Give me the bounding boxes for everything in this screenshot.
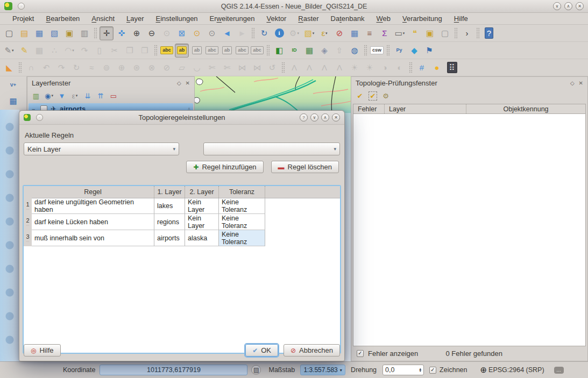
menu-ansicht[interactable]: Ansicht: [86, 13, 121, 24]
manage-visibility-button[interactable]: ◉▾: [43, 90, 55, 102]
cell-rule[interactable]: darf keine Lücken haben: [32, 214, 154, 230]
remove-layer-button[interactable]: ▭: [108, 90, 119, 102]
add-rule-button[interactable]: ✚ Regel hinzufügen: [186, 161, 263, 173]
refresh-button[interactable]: ↻: [257, 26, 271, 40]
zoom-to-layer-button[interactable]: ⊙: [190, 26, 204, 40]
menu-bearbeiten[interactable]: Bearbeiten: [40, 13, 86, 24]
column-header-3[interactable]: 2. Layer: [185, 186, 219, 198]
grid-overlay-button[interactable]: #: [415, 61, 429, 75]
column-header-objektkennung[interactable]: Objektkennung: [466, 104, 585, 113]
pan-to-selection-button[interactable]: ✜: [115, 26, 129, 40]
dialog-maximize-button[interactable]: ∧: [321, 113, 329, 122]
cell-rule[interactable]: darf keine ungültigen Geometrien haben: [32, 198, 154, 214]
layer-select[interactable]: Kein Layer ▾: [24, 142, 179, 155]
field-calculator-button[interactable]: ≡: [363, 26, 377, 40]
table-row[interactable]: 2darf keine Lücken habenregionsKein Laye…: [24, 214, 340, 230]
close-panel-icon[interactable]: ✕: [186, 80, 190, 86]
menu-vektor[interactable]: Vektor: [260, 13, 292, 24]
cell-layer2[interactable]: Kein Layer: [185, 198, 219, 214]
column-header-layer[interactable]: Layer: [385, 104, 466, 113]
messages-icon[interactable]: …: [554, 367, 564, 374]
show-bookmarks-button[interactable]: ▢: [438, 26, 452, 40]
manage-visibility-dropdown-caret[interactable]: ▾: [51, 94, 53, 98]
expand-all-button[interactable]: ⇊: [82, 90, 94, 102]
toggle-editing-button[interactable]: ✎: [17, 44, 31, 58]
select-by-expression-dropdown-caret[interactable]: ▾: [325, 31, 328, 35]
table-row[interactable]: 1darf keine ungültigen Geometrien habenl…: [24, 198, 340, 214]
current-edits-button[interactable]: ✎▾: [2, 44, 16, 58]
column-header-2[interactable]: 1. Layer: [154, 186, 185, 198]
measure-button[interactable]: ▭▾: [393, 26, 407, 40]
window-maximize-button[interactable]: ∧: [564, 2, 572, 10]
crs-globe-icon[interactable]: ⊕: [480, 365, 487, 375]
globe-plugin-button[interactable]: ◈: [317, 44, 331, 58]
help-contents-button[interactable]: ?: [482, 26, 496, 40]
menu-einstellungen[interactable]: Einstellungen: [150, 13, 204, 24]
dialog-help-button[interactable]: ?: [300, 113, 308, 122]
label-display-button[interactable]: abc: [205, 44, 219, 58]
heatmap-plugin-button[interactable]: ●: [430, 61, 444, 75]
cell-layer1[interactable]: regions: [154, 214, 185, 230]
spinner-arrows-icon[interactable]: ▴▾: [420, 368, 422, 372]
label-properties-button[interactable]: abc: [250, 44, 264, 58]
menu-layer[interactable]: Layer: [121, 13, 150, 24]
save-project-button[interactable]: ▦: [32, 26, 46, 40]
row-number[interactable]: 3: [24, 230, 32, 246]
column-header-fehler[interactable]: Fehler: [353, 104, 385, 113]
label-anchor-button[interactable]: ab: [190, 44, 204, 58]
save-project-as-button[interactable]: ▧: [47, 26, 61, 40]
toggle-extents-mouse-icon[interactable]: ▨: [251, 365, 261, 375]
menu-web[interactable]: Web: [371, 13, 397, 24]
zoom-in-button[interactable]: ⊕: [130, 26, 144, 40]
table-row[interactable]: 3muß innerhalb sein vonairportsalaskaKei…: [24, 230, 340, 246]
dialog-titlebar[interactable]: · Topologieregeleinstellungen ?∨∧✕: [19, 111, 344, 125]
menu-projekt[interactable]: Projekt: [6, 13, 40, 24]
rule-select[interactable]: ▾: [203, 142, 340, 155]
configure-rules-button[interactable]: ⚙: [380, 90, 392, 102]
filter-expression-button[interactable]: ε▾: [69, 90, 81, 102]
filter-legend-button[interactable]: ▼: [56, 90, 68, 102]
add-vector-layer-button[interactable]: V+: [0, 78, 26, 92]
scale-combo[interactable]: 1:3.557.583 ▾: [300, 365, 345, 375]
evis-database-button[interactable]: ◧: [272, 44, 286, 58]
dialog-close-button[interactable]: ✕: [332, 113, 340, 122]
menu-erweiterungen[interactable]: Erweiterungen: [204, 13, 261, 24]
window-close-button[interactable]: ✕: [576, 2, 584, 10]
cell-layer1[interactable]: lakes: [154, 198, 185, 214]
dialog-menu-button[interactable]: ·: [36, 114, 43, 121]
cell-layer1[interactable]: airports: [154, 230, 185, 246]
window-menu-button[interactable]: ·: [18, 3, 25, 10]
float-panel-icon[interactable]: ◇: [177, 80, 181, 86]
zoom-out-button[interactable]: ⊖: [145, 26, 159, 40]
menu-verarbeitung[interactable]: Verarbeitung: [396, 13, 448, 24]
open-project-button[interactable]: ▤: [17, 26, 31, 40]
new-bookmark-button[interactable]: ▣: [423, 26, 437, 40]
road-graph-button[interactable]: ⚑: [422, 44, 436, 58]
node-tool-dropdown-caret[interactable]: ▾: [72, 48, 74, 53]
label-move-button[interactable]: ab: [220, 44, 234, 58]
collapse-all-button[interactable]: ⇈: [95, 90, 107, 102]
deselect-all-button[interactable]: ⊘: [332, 26, 346, 40]
column-header-1[interactable]: Regel: [32, 186, 154, 198]
select-by-expression-button[interactable]: ε▾: [317, 26, 331, 40]
close-panel-icon[interactable]: ✕: [579, 80, 583, 86]
db-importer-button[interactable]: ◍: [348, 44, 362, 58]
georeferencer-button[interactable]: ▦: [302, 44, 316, 58]
crs-label[interactable]: EPSG:2964 (SRP): [488, 366, 544, 374]
pan-map-button[interactable]: ✛: [100, 26, 114, 40]
render-checkbox[interactable]: ✓: [429, 367, 436, 374]
delete-rule-button[interactable]: ▬ Regel löschen: [271, 161, 339, 173]
validate-all-button[interactable]: ✔: [354, 90, 366, 102]
csw-plugin-button[interactable]: csw: [370, 44, 384, 58]
column-header-4[interactable]: Toleranz: [219, 186, 265, 198]
validate-extent-button[interactable]: ✔: [367, 90, 379, 102]
cancel-button[interactable]: ⊘ Abbrechen: [284, 344, 340, 356]
menu-hilfe[interactable]: Hilfe: [448, 13, 474, 24]
zoom-full-button[interactable]: ⊠: [175, 26, 189, 40]
menu-datenbank[interactable]: Datenbank: [325, 13, 371, 24]
cell-layer2[interactable]: alaska: [185, 230, 219, 246]
python-console-button[interactable]: Py: [392, 44, 406, 58]
filter-expression-dropdown-caret[interactable]: ▾: [76, 94, 78, 98]
topology-checker-button[interactable]: ⠿: [445, 61, 459, 75]
current-edits-dropdown-caret[interactable]: ▾: [12, 48, 14, 53]
